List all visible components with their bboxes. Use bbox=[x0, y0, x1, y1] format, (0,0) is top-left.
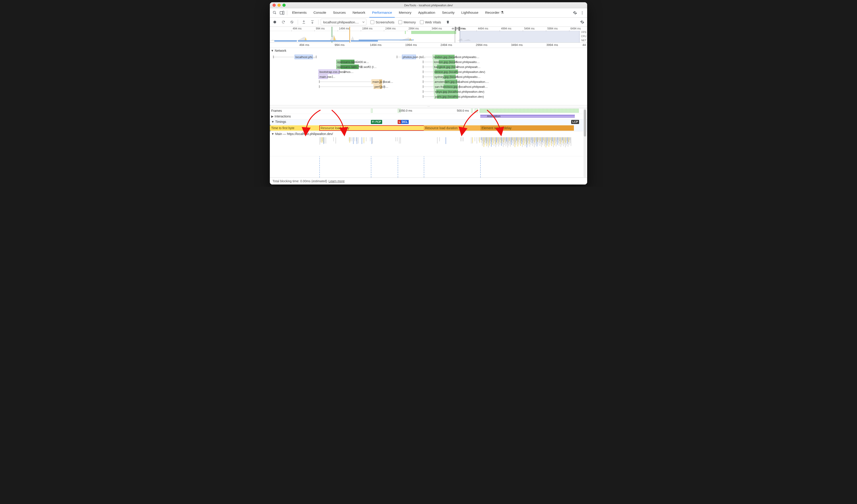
record-icon[interactable] bbox=[271, 18, 279, 26]
network-request[interactable]: main.js (local… bbox=[372, 80, 382, 84]
network-request[interactable]: tokyo.jpg (localhost.philipwalton.dev) bbox=[434, 89, 458, 94]
tab-console[interactable]: Console bbox=[311, 8, 329, 17]
network-request[interactable]: amsterdam.jpg (localhost.philipwalton.… bbox=[434, 80, 457, 84]
device-toolbar-icon[interactable] bbox=[279, 9, 286, 16]
overview-minimap[interactable]: 494 ms994 ms1494 ms1994 ms2494 ms2994 ms… bbox=[270, 27, 587, 43]
svg-rect-1 bbox=[280, 12, 283, 14]
network-request[interactable]: opensans-latin-400.w… bbox=[336, 60, 355, 64]
overview-lane-fps: FPS bbox=[579, 31, 587, 35]
resize-handle[interactable]: ⋯ bbox=[270, 105, 587, 108]
save-profile-icon[interactable] bbox=[309, 18, 316, 26]
memory-checkbox[interactable]: Memory bbox=[398, 20, 416, 24]
reload-icon[interactable] bbox=[280, 18, 287, 26]
phase-ttfb[interactable]: Time to first byte bbox=[270, 125, 321, 131]
network-request[interactable]: venice.jpg (localhost.philipwalton.dev) bbox=[433, 69, 458, 74]
timing-marker-lcp[interactable]: LCP bbox=[571, 120, 579, 124]
overview-sel-left-label: 44 bbox=[452, 27, 455, 30]
tab-network[interactable]: Network bbox=[350, 8, 368, 17]
screenshots-checkbox[interactable]: Screenshots bbox=[370, 20, 394, 24]
load-profile-icon[interactable] bbox=[300, 18, 307, 26]
tab-lighthouse[interactable]: Lighthouse bbox=[459, 8, 481, 17]
tab-elements[interactable]: Elements bbox=[289, 8, 309, 17]
tab-security[interactable]: Security bbox=[439, 8, 457, 17]
timing-marker-fcp[interactable]: FCP bbox=[374, 120, 382, 124]
tab-application[interactable]: Application bbox=[416, 8, 438, 17]
status-footer: Total blocking time: 0.00ms (estimated) … bbox=[270, 178, 587, 185]
tab-sources[interactable]: Sources bbox=[330, 8, 349, 17]
titlebar: DevTools - localhost.philipwalton.dev/ bbox=[270, 2, 587, 8]
network-request[interactable]: localhost.phi… bbox=[295, 55, 313, 59]
overview-lane-net: NET bbox=[579, 39, 587, 43]
panel-tabs: ElementsConsoleSourcesNetworkPerformance… bbox=[270, 8, 587, 18]
window-title: DevTools - localhost.philipwalton.dev/ bbox=[270, 4, 587, 7]
svg-point-4 bbox=[582, 13, 583, 13]
svg-rect-2 bbox=[283, 11, 284, 15]
overview-sel-right-label: 4 ms bbox=[461, 27, 466, 30]
minimize-icon[interactable] bbox=[278, 4, 281, 7]
clear-icon[interactable] bbox=[288, 18, 296, 26]
timings-track[interactable]: ▼Timings FPFCPLDCLLCP Time to first byte… bbox=[270, 119, 587, 131]
network-request[interactable]: sydney.jpg (localhost.philipwalto… bbox=[434, 74, 456, 79]
learn-more-link[interactable]: Learn more bbox=[329, 179, 345, 183]
devtools-window: DevTools - localhost.philipwalton.dev/ E… bbox=[270, 2, 587, 185]
phase-rld[interactable]: Resource load delay bbox=[319, 125, 425, 131]
profile-selector[interactable]: localhost.philipwalton.... bbox=[321, 19, 366, 26]
inspect-icon[interactable] bbox=[271, 9, 279, 16]
svg-point-6 bbox=[273, 21, 276, 23]
network-request[interactable]: bootstrap.css (localhos… bbox=[318, 69, 340, 74]
settings-gear-icon[interactable] bbox=[571, 9, 578, 16]
timing-marker-dcl[interactable]: DCL bbox=[401, 120, 409, 124]
network-request[interactable]: bangkok.jpg (localhost.philipwalt… bbox=[433, 65, 455, 69]
webvitals-checkbox[interactable]: Web Vitals bbox=[420, 20, 441, 24]
more-icon[interactable] bbox=[578, 9, 586, 16]
capture-settings-gear-icon[interactable] bbox=[578, 18, 586, 26]
frames-track[interactable]: Frames 1050.0 ms500.0 ms bbox=[270, 108, 587, 114]
overview-lane-cpu: CPU bbox=[579, 35, 587, 39]
chevron-down-icon bbox=[362, 21, 365, 23]
main-track[interactable]: ▼Main — https://localhost.philipwalton.d… bbox=[270, 131, 587, 156]
svg-point-3 bbox=[582, 11, 583, 12]
interactions-track[interactable]: ▶Interactions Animation bbox=[270, 114, 587, 119]
close-icon[interactable] bbox=[272, 4, 276, 7]
network-request[interactable]: london.jpg (localhost.philipwalto… bbox=[433, 55, 455, 59]
timeline-ruler[interactable]: 494 ms994 ms1494 ms1994 ms2494 ms2994 ms… bbox=[270, 43, 587, 48]
trash-icon[interactable] bbox=[444, 18, 452, 26]
maximize-icon[interactable] bbox=[283, 4, 286, 7]
phase-rldur[interactable]: Resource load duration bbox=[424, 125, 482, 131]
network-request[interactable]: opensans-latin-700.woff2 (l… bbox=[336, 65, 359, 69]
network-track-label[interactable]: ▼Network bbox=[271, 49, 286, 52]
tab-performance[interactable]: Performance bbox=[369, 8, 395, 18]
network-request[interactable]: main.css … bbox=[318, 74, 328, 79]
network-request[interactable]: san-francisco.jpg (localhost.philipwalt… bbox=[434, 84, 458, 89]
performance-toolbar: localhost.philipwalton.... Screenshots M… bbox=[270, 18, 587, 27]
network-request[interactable]: perf.js (l… bbox=[374, 84, 382, 89]
network-request[interactable]: london.jpg (localhost.philipwalto… bbox=[433, 60, 455, 64]
tab-memory[interactable]: Memory bbox=[396, 8, 414, 17]
svg-point-5 bbox=[582, 14, 583, 14]
tab-recorder-[interactable]: Recorder ⚗ bbox=[483, 8, 506, 17]
scrollbar[interactable] bbox=[584, 108, 586, 178]
phase-erd[interactable]: Element render delay bbox=[480, 125, 574, 131]
tbt-text: Total blocking time: 0.00ms (estimated) bbox=[272, 179, 327, 183]
network-track[interactable]: ▼Network localhost.phi…opensans-latin-40… bbox=[270, 48, 587, 105]
profile-selector-label: localhost.philipwalton.... bbox=[323, 20, 359, 24]
flamechart-area[interactable]: Frames 1050.0 ms500.0 ms ▶Interactions A… bbox=[270, 108, 587, 178]
network-request[interactable]: paris.jpg (localhost.philipwalton.dev) bbox=[434, 94, 458, 99]
network-request[interactable]: photos.json (lo… bbox=[402, 55, 416, 59]
